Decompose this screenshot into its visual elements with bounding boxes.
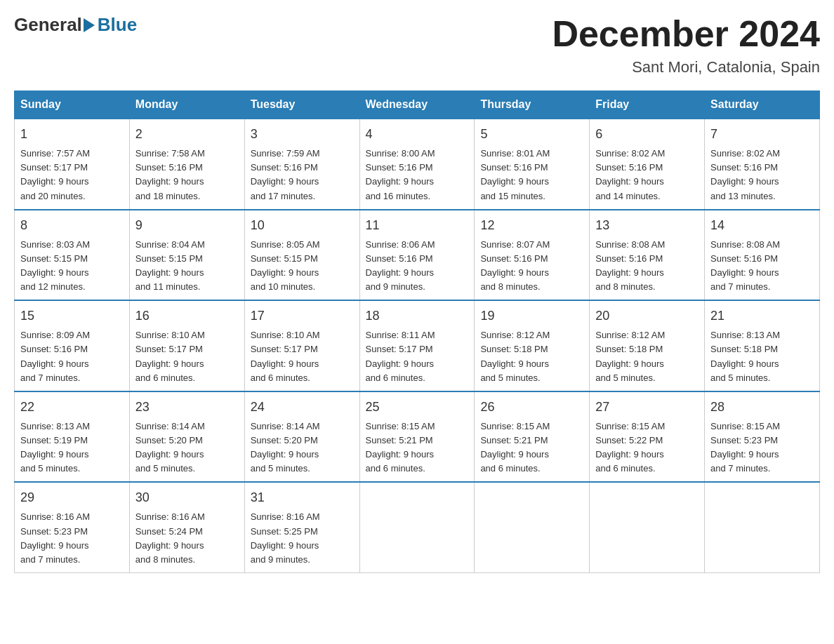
day-info: Sunrise: 8:16 AMSunset: 5:23 PMDaylight:… — [20, 510, 124, 567]
header-tuesday: Tuesday — [244, 91, 359, 119]
calendar-cell: 12Sunrise: 8:07 AMSunset: 5:16 PMDayligh… — [475, 210, 590, 301]
title-section: December 2024 Sant Mori, Catalonia, Spai… — [552, 14, 820, 76]
calendar-cell: 14Sunrise: 8:08 AMSunset: 5:16 PMDayligh… — [705, 210, 820, 301]
day-info: Sunrise: 7:58 AMSunset: 5:16 PMDaylight:… — [135, 147, 239, 203]
day-info: Sunrise: 8:04 AMSunset: 5:15 PMDaylight:… — [135, 238, 239, 295]
day-number: 7 — [710, 125, 814, 144]
day-info: Sunrise: 8:14 AMSunset: 5:20 PMDaylight:… — [135, 420, 239, 476]
day-info: Sunrise: 8:15 AMSunset: 5:21 PMDaylight:… — [480, 420, 583, 476]
day-number: 11 — [366, 216, 469, 235]
day-info: Sunrise: 8:03 AMSunset: 5:15 PMDaylight:… — [20, 238, 124, 295]
calendar-cell: 15Sunrise: 8:09 AMSunset: 5:16 PMDayligh… — [15, 300, 130, 391]
day-info: Sunrise: 8:07 AMSunset: 5:16 PMDaylight:… — [480, 238, 583, 295]
calendar-week-3: 15Sunrise: 8:09 AMSunset: 5:16 PMDayligh… — [15, 300, 820, 391]
calendar-week-1: 1Sunrise: 7:57 AMSunset: 5:17 PMDaylight… — [15, 119, 820, 210]
day-info: Sunrise: 8:08 AMSunset: 5:16 PMDaylight:… — [595, 238, 699, 295]
calendar-week-5: 29Sunrise: 8:16 AMSunset: 5:23 PMDayligh… — [15, 482, 820, 572]
calendar-cell — [590, 482, 705, 572]
day-number: 21 — [710, 307, 814, 326]
day-number: 5 — [480, 125, 583, 144]
day-number: 31 — [251, 488, 354, 507]
calendar-header-row: SundayMondayTuesdayWednesdayThursdayFrid… — [15, 91, 820, 119]
day-number: 22 — [20, 398, 124, 417]
calendar-cell: 19Sunrise: 8:12 AMSunset: 5:18 PMDayligh… — [475, 300, 590, 391]
day-number: 9 — [135, 216, 239, 235]
day-number: 26 — [480, 398, 583, 417]
header-monday: Monday — [129, 91, 244, 119]
day-info: Sunrise: 8:16 AMSunset: 5:25 PMDaylight:… — [251, 510, 354, 567]
calendar-cell: 4Sunrise: 8:00 AMSunset: 5:16 PMDaylight… — [359, 119, 475, 210]
header-thursday: Thursday — [475, 91, 590, 119]
header-wednesday: Wednesday — [359, 91, 475, 119]
day-number: 4 — [366, 125, 469, 144]
logo-general: General — [14, 14, 82, 36]
calendar-cell: 13Sunrise: 8:08 AMSunset: 5:16 PMDayligh… — [590, 210, 705, 301]
day-number: 16 — [135, 307, 239, 326]
calendar-cell: 30Sunrise: 8:16 AMSunset: 5:24 PMDayligh… — [129, 482, 244, 572]
day-info: Sunrise: 8:14 AMSunset: 5:20 PMDaylight:… — [251, 420, 354, 476]
logo-blue: Blue — [98, 14, 137, 36]
day-number: 28 — [710, 398, 814, 417]
day-info: Sunrise: 8:13 AMSunset: 5:18 PMDaylight:… — [710, 328, 814, 385]
day-number: 20 — [595, 307, 699, 326]
logo: General Blue — [14, 14, 137, 36]
calendar-week-2: 8Sunrise: 8:03 AMSunset: 5:15 PMDaylight… — [15, 210, 820, 301]
day-info: Sunrise: 8:10 AMSunset: 5:17 PMDaylight:… — [135, 328, 239, 385]
day-info: Sunrise: 8:08 AMSunset: 5:16 PMDaylight:… — [710, 238, 814, 295]
calendar-cell: 28Sunrise: 8:15 AMSunset: 5:23 PMDayligh… — [705, 391, 820, 483]
calendar-week-4: 22Sunrise: 8:13 AMSunset: 5:19 PMDayligh… — [15, 391, 820, 483]
day-number: 19 — [480, 307, 583, 326]
calendar-cell: 7Sunrise: 8:02 AMSunset: 5:16 PMDaylight… — [705, 119, 820, 210]
calendar-cell: 6Sunrise: 8:02 AMSunset: 5:16 PMDaylight… — [590, 119, 705, 210]
day-info: Sunrise: 8:15 AMSunset: 5:21 PMDaylight:… — [366, 420, 469, 476]
day-info: Sunrise: 7:57 AMSunset: 5:17 PMDaylight:… — [20, 147, 124, 203]
day-number: 24 — [251, 398, 354, 417]
page-header: General Blue December 2024 Sant Mori, Ca… — [14, 14, 820, 76]
day-number: 18 — [366, 307, 469, 326]
day-info: Sunrise: 8:05 AMSunset: 5:15 PMDaylight:… — [251, 238, 354, 295]
calendar-cell — [475, 482, 590, 572]
calendar-cell: 5Sunrise: 8:01 AMSunset: 5:16 PMDaylight… — [475, 119, 590, 210]
day-number: 1 — [20, 125, 124, 144]
header-saturday: Saturday — [705, 91, 820, 119]
calendar-cell: 31Sunrise: 8:16 AMSunset: 5:25 PMDayligh… — [244, 482, 359, 572]
calendar-cell — [705, 482, 820, 572]
day-number: 6 — [595, 125, 699, 144]
day-info: Sunrise: 8:13 AMSunset: 5:19 PMDaylight:… — [20, 420, 124, 476]
day-number: 2 — [135, 125, 239, 144]
day-info: Sunrise: 8:12 AMSunset: 5:18 PMDaylight:… — [480, 328, 583, 385]
day-number: 12 — [480, 216, 583, 235]
header-friday: Friday — [590, 91, 705, 119]
day-info: Sunrise: 8:12 AMSunset: 5:18 PMDaylight:… — [595, 328, 699, 385]
day-info: Sunrise: 7:59 AMSunset: 5:16 PMDaylight:… — [251, 147, 354, 203]
calendar-cell: 8Sunrise: 8:03 AMSunset: 5:15 PMDaylight… — [15, 210, 130, 301]
day-info: Sunrise: 8:01 AMSunset: 5:16 PMDaylight:… — [480, 147, 583, 203]
location-subtitle: Sant Mori, Catalonia, Spain — [552, 58, 820, 76]
day-info: Sunrise: 8:10 AMSunset: 5:17 PMDaylight:… — [251, 328, 354, 385]
calendar-cell: 11Sunrise: 8:06 AMSunset: 5:16 PMDayligh… — [359, 210, 475, 301]
day-info: Sunrise: 8:02 AMSunset: 5:16 PMDaylight:… — [710, 147, 814, 203]
calendar-cell: 16Sunrise: 8:10 AMSunset: 5:17 PMDayligh… — [129, 300, 244, 391]
calendar-cell: 27Sunrise: 8:15 AMSunset: 5:22 PMDayligh… — [590, 391, 705, 483]
calendar-cell: 20Sunrise: 8:12 AMSunset: 5:18 PMDayligh… — [590, 300, 705, 391]
logo-triangle-icon — [84, 18, 95, 32]
day-number: 3 — [251, 125, 354, 144]
day-number: 27 — [595, 398, 699, 417]
month-year-title: December 2024 — [552, 14, 820, 54]
day-number: 15 — [20, 307, 124, 326]
header-sunday: Sunday — [15, 91, 130, 119]
day-info: Sunrise: 8:16 AMSunset: 5:24 PMDaylight:… — [135, 510, 239, 567]
day-number: 25 — [366, 398, 469, 417]
calendar-cell: 25Sunrise: 8:15 AMSunset: 5:21 PMDayligh… — [359, 391, 475, 483]
calendar-cell: 9Sunrise: 8:04 AMSunset: 5:15 PMDaylight… — [129, 210, 244, 301]
day-info: Sunrise: 8:06 AMSunset: 5:16 PMDaylight:… — [366, 238, 469, 295]
day-info: Sunrise: 8:15 AMSunset: 5:22 PMDaylight:… — [595, 420, 699, 476]
day-number: 13 — [595, 216, 699, 235]
calendar-cell: 24Sunrise: 8:14 AMSunset: 5:20 PMDayligh… — [244, 391, 359, 483]
calendar-cell: 3Sunrise: 7:59 AMSunset: 5:16 PMDaylight… — [244, 119, 359, 210]
calendar-cell: 17Sunrise: 8:10 AMSunset: 5:17 PMDayligh… — [244, 300, 359, 391]
day-number: 10 — [251, 216, 354, 235]
day-number: 14 — [710, 216, 814, 235]
day-info: Sunrise: 8:02 AMSunset: 5:16 PMDaylight:… — [595, 147, 699, 203]
calendar-cell: 1Sunrise: 7:57 AMSunset: 5:17 PMDaylight… — [15, 119, 130, 210]
